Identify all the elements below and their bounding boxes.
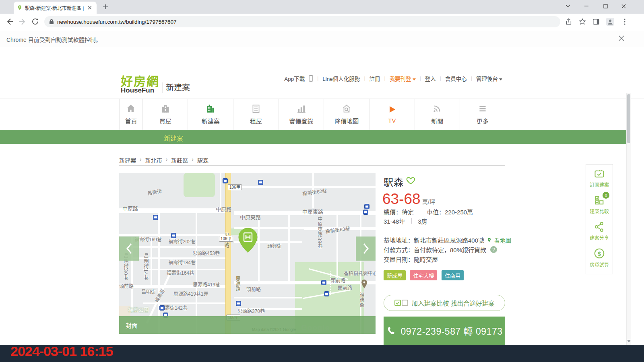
compare-checkbox-icon — [394, 300, 408, 306]
logo-section-label: 新建案 — [163, 82, 193, 93]
room-count: 3房 — [418, 217, 427, 225]
payment-row: 付款方式：首付款待定，80%銀行貸款 ? — [384, 245, 497, 254]
tool-mortgage-calculator[interactable]: $ 房貸試算 — [586, 244, 613, 271]
payment-method: 付款方式：首付款待定，80%銀行貸款 — [384, 245, 486, 254]
nav-new-building[interactable]: 新建案 — [188, 99, 233, 130]
bookmark-star-icon[interactable] — [579, 18, 586, 27]
address-bar[interactable]: newhouse.housefun.com.tw/building/179756… — [44, 16, 560, 27]
add-compare-button[interactable]: 加入建案比較 找出合適好建案 — [384, 295, 505, 311]
rss-icon — [432, 103, 442, 114]
breadcrumb: 新建案› 新北市› 新莊區› 駅森 — [119, 156, 208, 164]
window-close-button[interactable] — [617, 1, 630, 11]
link-login[interactable]: 登入 — [425, 74, 436, 82]
tool-share-building[interactable]: 建案分享 — [586, 218, 613, 244]
link-admin[interactable]: 管理後台 — [476, 74, 502, 82]
profile-avatar-icon[interactable] — [606, 18, 614, 27]
nav-rent[interactable]: 租屋 — [233, 99, 279, 130]
phone-cta-button[interactable]: 0972-239-587 轉 09173 — [384, 317, 505, 345]
floating-tools-card: 訂閱建案 0 建案比較 建案分享 $ 房貸試算 — [586, 164, 613, 274]
play-icon — [387, 105, 397, 114]
poi-pin-icon — [361, 279, 368, 289]
link-post-listing[interactable]: 我要刊登 — [390, 74, 416, 82]
nav-tv[interactable]: TV — [369, 99, 415, 130]
buy-house-icon — [160, 103, 171, 114]
help-icon[interactable]: ? — [490, 246, 497, 253]
banner-label[interactable]: 新建案 — [164, 133, 183, 143]
browser-tab[interactable]: 駅森-新建案-新北市新莊區 | 好房 — [14, 2, 97, 14]
favicon-map-pin-icon — [17, 5, 23, 10]
price-row: 63-68 萬/坪 — [382, 191, 435, 208]
new-tab-button[interactable] — [102, 4, 109, 12]
tool-subscribe-building[interactable]: 訂閱建案 — [586, 165, 613, 191]
header-links: App下載 | Line個人化服務 | 註冊 | 我要刊登 | 登入 | 會員中… — [284, 74, 502, 82]
section-banner: 新建案 — [0, 130, 626, 144]
dollar-circle-icon: $ — [593, 247, 605, 259]
carousel-next-button[interactable] — [356, 237, 376, 261]
compare-count-badge: 0 — [603, 192, 609, 199]
new-building-icon — [205, 103, 216, 114]
breadcrumb-item[interactable]: 新建案 — [119, 156, 136, 164]
back-button[interactable] — [6, 18, 14, 27]
window-chevron-button[interactable] — [562, 1, 574, 11]
main-nav: 首頁 買屋 新建案 租屋 實價登錄 降價地圖 — [119, 99, 505, 130]
nav-home[interactable]: 首頁 — [119, 99, 142, 130]
price-details-row: 總價：待定 車位：220-250萬 — [384, 208, 473, 216]
area-rooms-row: 31-48坪 | 3房 — [384, 217, 427, 225]
site-address: 基地地址：新北市新莊區思源路400號 — [384, 236, 484, 244]
bar-chart-icon — [296, 103, 307, 114]
tab-title: 駅森-新建案-新北市新莊區 | 好房 — [25, 4, 85, 11]
breadcrumb-item[interactable]: 新北市 — [145, 156, 162, 164]
tool-compare-building[interactable]: 0 建案比較 — [586, 191, 613, 218]
breadcrumb-item: 駅森 — [197, 156, 208, 164]
timestamp-watermark: 2024-03-01 16:15 — [10, 343, 113, 359]
forward-button[interactable] — [19, 18, 27, 27]
bus-stop-icon — [258, 180, 263, 185]
view-map-link[interactable]: 看地圖 — [494, 236, 511, 244]
side-panel-icon[interactable] — [592, 18, 600, 27]
rent-house-icon — [251, 103, 261, 114]
infobar-close-icon[interactable] — [619, 35, 624, 43]
tab-close-icon[interactable] — [88, 6, 92, 10]
window-minimize-button[interactable] — [580, 1, 592, 11]
building-location-pin-icon[interactable] — [238, 228, 258, 253]
link-app-download[interactable]: App下載 — [284, 74, 305, 82]
chevron-left-icon — [126, 243, 133, 254]
map-highway — [225, 173, 231, 334]
share-nodes-icon — [594, 221, 605, 232]
browser-tab-bar: 駅森-新建案-新北市新莊區 | 好房 — [0, 0, 644, 14]
breadcrumb-item[interactable]: 新莊區 — [171, 156, 188, 164]
nav-more[interactable]: 更多 — [460, 99, 505, 130]
parking-price: 車位：220-250萬 — [427, 208, 473, 216]
link-member-center[interactable]: 會員中心 — [445, 74, 467, 82]
link-register[interactable]: 註冊 — [369, 74, 380, 82]
scrollbar-thumb[interactable] — [627, 94, 630, 143]
phone-icon — [386, 326, 396, 335]
house-magnifier-icon — [341, 103, 352, 114]
link-line-service[interactable]: Line個人化服務 — [322, 74, 360, 82]
map-image[interactable]: 昌德街 中原路 中原路 中原東路 中原東路 福美街62巷 福前街63巷 中原東路… — [119, 173, 376, 334]
area-range: 31-48坪 — [384, 217, 405, 225]
total-price: 總價：待定 — [384, 208, 414, 216]
tag-new-completed: 新成屋 — [384, 270, 406, 280]
nav-buy[interactable]: 買屋 — [142, 99, 188, 130]
browser-menu-icon[interactable] — [621, 18, 628, 27]
scrollbar-down-arrow[interactable] — [627, 337, 631, 344]
cover-overlay-bar: 封面 — [119, 316, 376, 334]
price-value: 63-68 — [382, 191, 421, 207]
nav-price-cut-map[interactable]: 降價地圖 — [324, 99, 369, 130]
nav-news[interactable]: 新聞 — [415, 99, 460, 130]
site-logo[interactable]: 好房網 HouseFun 新建案 — [121, 76, 193, 94]
carousel-prev-button[interactable] — [119, 237, 139, 261]
nav-price-registry[interactable]: 實價登錄 — [279, 99, 324, 130]
infobar-text: Chrome 目前受到自動測試軟體控制。 — [6, 35, 101, 43]
map-park — [184, 173, 215, 197]
reload-button[interactable] — [31, 18, 39, 27]
hamburger-icon — [477, 103, 488, 114]
listing-name: 駅森 — [384, 175, 404, 189]
share-icon[interactable] — [565, 18, 572, 27]
subscribe-icon — [593, 168, 605, 179]
favorite-heart-icon[interactable] — [406, 175, 416, 186]
cover-label: 封面 — [126, 321, 138, 329]
price-unit: 萬/坪 — [422, 199, 435, 205]
window-maximize-button[interactable] — [599, 1, 611, 11]
